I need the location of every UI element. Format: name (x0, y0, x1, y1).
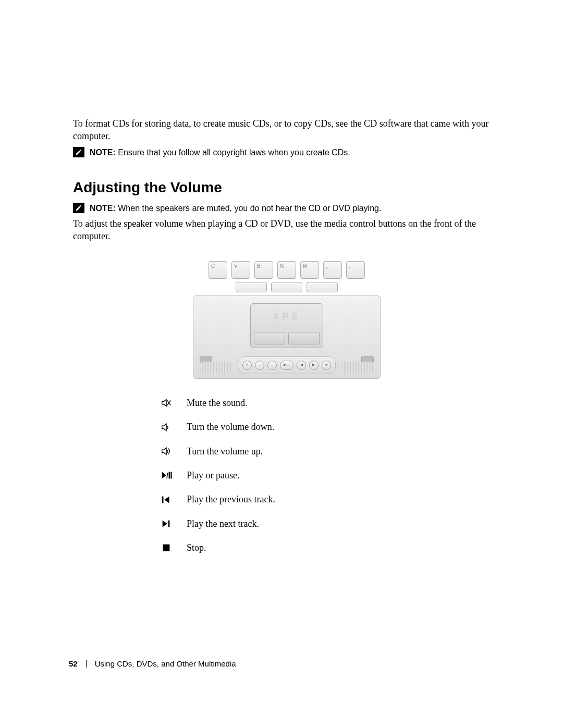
note-1-body: Ensure that you follow all copyright law… (118, 148, 350, 157)
volume-up-icon (160, 446, 173, 457)
control-row: Turn the volume down. (160, 421, 500, 433)
keyboard-key (236, 282, 267, 292)
keyboard-key: N (277, 261, 296, 279)
control-description: Stop. (187, 541, 206, 554)
control-row: Play or pause. (160, 469, 500, 482)
control-row: Play the previous track. (160, 493, 500, 505)
laptop-figure: CVBNM,. XPS ✕‹›▶/II|◀▶|■ (73, 261, 500, 379)
control-row: Stop. (160, 541, 500, 554)
keyboard-key: . (346, 261, 365, 279)
media-button-play-pause: ▶/II (280, 361, 293, 370)
keyboard-row-2 (193, 282, 381, 292)
keyboard-row-1: CVBNM,. (193, 261, 381, 279)
touchpad-right-button (288, 332, 320, 344)
laptop-brand-label: XPS (251, 310, 323, 323)
touchpad-left-button (254, 332, 285, 344)
footer-divider (86, 660, 87, 668)
media-control-strip: ✕‹›▶/II|◀▶|■ (238, 356, 336, 374)
keyboard-key: V (231, 261, 250, 279)
volume-down-icon (160, 422, 173, 433)
laptop-palmrest: XPS ✕‹›▶/II|◀▶|■ (193, 295, 381, 379)
control-row: Play the next track. (160, 517, 500, 530)
control-description: Turn the volume down. (187, 421, 274, 433)
media-button-vol-down: ‹ (255, 361, 264, 370)
control-description: Play the next track. (187, 517, 259, 530)
body-paragraph: To adjust the speaker volume when playin… (73, 217, 500, 243)
note-2: NOTE: When the speakers are muted, you d… (73, 202, 500, 214)
media-button-prev: |◀ (297, 361, 306, 370)
next-track-icon (160, 518, 173, 529)
mute-icon (160, 397, 173, 409)
note-1-text: NOTE: Ensure that you follow all copyrig… (90, 147, 350, 158)
keyboard-key: C (209, 261, 227, 279)
keyboard-key: , (323, 261, 342, 279)
keyboard-key (271, 282, 302, 292)
pencil-note-icon (73, 147, 84, 157)
control-description: Play or pause. (187, 469, 239, 482)
note-2-label: NOTE: (90, 204, 116, 213)
keyboard-key (307, 282, 338, 292)
note-1: NOTE: Ensure that you follow all copyrig… (73, 146, 500, 158)
pencil-note-icon (73, 203, 84, 213)
control-row: Mute the sound. (160, 397, 500, 409)
control-description: Play the previous track. (187, 493, 275, 505)
section-heading: Adjusting the Volume (73, 178, 500, 198)
control-description: Mute the sound. (187, 397, 248, 409)
footer-section-title: Using CDs, DVDs, and Other Multimedia (95, 659, 236, 669)
touchpad: XPS (250, 303, 323, 348)
keyboard-key: M (300, 261, 319, 279)
speaker-grill-left (201, 362, 231, 373)
media-button-vol-up: › (267, 361, 277, 370)
page-footer: 52 Using CDs, DVDs, and Other Multimedia (69, 659, 236, 669)
prev-track-icon (160, 494, 173, 505)
intro-paragraph: To format CDs for storing data, to creat… (73, 117, 500, 143)
media-button-stop: ■ (322, 361, 331, 370)
note-2-body: When the speakers are muted, you do not … (118, 204, 381, 213)
stop-icon (160, 542, 173, 553)
media-button-next: ▶| (309, 361, 319, 370)
control-description: Turn the volume up. (187, 445, 263, 458)
touchpad-buttons (254, 332, 320, 344)
page-number: 52 (69, 659, 78, 669)
play-pause-icon (160, 470, 173, 481)
document-page: To format CDs for storing data, to creat… (0, 0, 563, 728)
speaker-grill-right (342, 362, 373, 373)
note-1-label: NOTE: (90, 148, 116, 157)
control-row: Turn the volume up. (160, 445, 500, 458)
media-button-mute: ✕ (242, 361, 252, 370)
media-controls-legend: Mute the sound.Turn the volume down.Turn… (160, 397, 500, 554)
keyboard-key: B (254, 261, 273, 279)
note-2-text: NOTE: When the speakers are muted, you d… (90, 203, 381, 214)
laptop-illustration: CVBNM,. XPS ✕‹›▶/II|◀▶|■ (193, 261, 381, 379)
